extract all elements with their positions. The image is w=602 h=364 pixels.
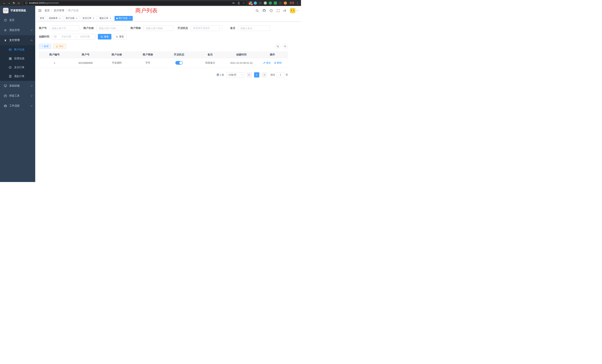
reset-button[interactable]: ↻ 重置 — [113, 34, 127, 40]
extension-slack-icon[interactable]: 10 — [249, 1, 252, 5]
goto-page: 前往 页 — [270, 72, 288, 77]
edit-link[interactable]: 修改 — [263, 61, 271, 64]
navbar-actions: ? TT — [256, 8, 298, 13]
bookmark-star-icon[interactable]: ☆ — [242, 1, 245, 4]
browser-back-icon[interactable]: ← — [2, 0, 7, 5]
sidebar-toggle-icon[interactable] — [38, 9, 42, 12]
sidebar-item-pay-orders[interactable]: 支付订单 — [0, 63, 35, 72]
tab-home[interactable]: 首页 — [38, 16, 46, 21]
sidebar-item-label: 基础设施 — [9, 84, 20, 87]
cell-status — [163, 58, 195, 68]
address-bar[interactable]: localhost:1024/pay/merchant ☆ — [23, 1, 247, 5]
table-row: 1 M233666999 芋道源码 芋艿 我是备注 2021-10-23 08:… — [39, 58, 288, 68]
sidebar-item-label: 支付管理 — [9, 39, 20, 42]
user-avatar-menu[interactable] — [290, 8, 298, 13]
search-icon[interactable] — [256, 9, 259, 12]
end-date-placeholder: 结束日期 — [77, 35, 93, 38]
refresh-table-button[interactable]: ↻ — [282, 43, 288, 49]
fullscreen-icon[interactable] — [277, 9, 280, 12]
tab-user-group[interactable]: 用户分组 × — [64, 16, 80, 21]
close-icon[interactable]: × — [129, 17, 131, 20]
close-icon[interactable]: × — [75, 17, 78, 20]
gear-icon — [4, 29, 7, 32]
extension-green-square-icon[interactable] — [274, 1, 277, 5]
page-unit-label: 页 — [286, 73, 288, 76]
browser-menu-icon[interactable]: ⋮ — [296, 1, 299, 5]
create-time-range-picker[interactable]: 开始日期 - 结束日期 — [52, 34, 95, 40]
search-button[interactable]: 搜索 — [98, 34, 111, 40]
password-key-icon[interactable] — [232, 2, 235, 4]
sidebar-item-merchant-info[interactable]: 商户信息 — [0, 45, 35, 54]
plus-icon: + — [42, 45, 43, 48]
browser-forward-icon[interactable]: → — [7, 0, 11, 5]
browser-update-button[interactable]: 更新 — [290, 1, 294, 5]
sidebar-item-system[interactable]: 系统管理 — [0, 25, 35, 35]
sidebar-item-dev-tools[interactable]: 研发工具 — [0, 91, 35, 101]
download-icon — [56, 45, 58, 47]
breadcrumb-payment[interactable]: 支付管理 — [54, 9, 64, 12]
extension-green-circle-icon[interactable] — [269, 1, 272, 5]
chevron-down-icon — [219, 27, 221, 29]
col-merchant-short: 商户简称 — [132, 51, 163, 58]
sidebar-item-infrastructure[interactable]: 基础设施 — [0, 81, 35, 91]
sidebar-item-refund-orders[interactable]: 退款订单 — [0, 72, 35, 81]
sidebar-item-label: 首页 — [9, 19, 14, 22]
sidebar-item-home[interactable]: 首页 — [0, 15, 35, 25]
calendar-icon — [54, 35, 56, 38]
add-button[interactable]: + 新增 — [39, 44, 51, 49]
prev-page-button[interactable] — [247, 72, 252, 77]
url-host: localhost:1024 — [29, 2, 44, 4]
tab-pay-orders[interactable]: 支付订单 × — [81, 16, 97, 21]
sidebar-item-label: 退款订单 — [14, 75, 24, 78]
status-toggle[interactable] — [175, 61, 183, 65]
browser-refresh-icon[interactable]: ↻ — [11, 0, 16, 5]
next-page-button[interactable] — [261, 72, 267, 77]
toggle-search-button[interactable] — [275, 43, 281, 49]
page-info-icon[interactable] — [25, 2, 28, 4]
share-icon[interactable] — [237, 2, 240, 4]
page-number-1[interactable]: 1 — [254, 72, 259, 77]
browser-home-icon[interactable]: ⌂ — [16, 0, 21, 5]
merchant-short-input[interactable] — [143, 25, 173, 31]
tab-process-form[interactable]: 流程表单 × — [47, 16, 63, 21]
delete-link[interactable]: 删除 — [274, 61, 282, 64]
sidebar-item-app-info[interactable]: 应用信息 — [0, 54, 35, 63]
sidebar-item-label: 系统管理 — [9, 29, 20, 32]
merchant-no-input[interactable] — [49, 25, 79, 31]
app-logo[interactable]: 芋道管理系统 — [0, 6, 35, 15]
tab-merchant-info[interactable]: 商户信息 × — [115, 16, 133, 21]
refresh-icon: ↻ — [284, 45, 286, 48]
close-icon[interactable]: × — [92, 17, 95, 20]
goto-page-input[interactable] — [277, 72, 284, 77]
sidebar-item-payment[interactable]: ¥ 支付管理 — [0, 35, 35, 45]
tab-refund-orders[interactable]: 退款订单 × — [98, 16, 113, 21]
page-size-select[interactable]: 10条/页 — [226, 72, 245, 77]
document-icon — [9, 75, 12, 78]
table-toolbar: ↻ — [275, 43, 288, 49]
export-button[interactable]: 导出 — [53, 44, 66, 49]
sidebar-item-workflow[interactable]: 工作流程 — [0, 101, 35, 111]
main-area: 首页 / 支付管理 / 商户信息 商户列表 — [35, 6, 301, 182]
trash-icon — [274, 62, 276, 64]
filter-row-1: 商户号 商户全称 商户简称 开启状态 请选择开启状态 — [39, 25, 288, 31]
extension-orange-icon[interactable] — [284, 1, 287, 5]
extension-dark-ring-icon[interactable] — [259, 1, 262, 5]
remark-input[interactable] — [238, 25, 270, 31]
chevron-down-icon — [297, 9, 298, 11]
font-size-icon[interactable]: TT — [283, 9, 286, 12]
github-icon[interactable] — [262, 9, 266, 12]
chevron-down-icon — [31, 85, 33, 86]
extension-avatar-icon[interactable] — [264, 1, 267, 5]
close-icon[interactable]: × — [59, 17, 61, 20]
cell-merchant-no: M233666999 — [70, 58, 101, 68]
cell-create-time: 2021-10-23 08:31:14 — [226, 58, 257, 68]
extension-pinwheel-icon[interactable] — [279, 1, 282, 5]
goto-label: 前往 — [270, 73, 275, 76]
breadcrumb-home[interactable]: 首页 — [44, 9, 50, 12]
url-text[interactable]: localhost:1024/pay/merchant — [29, 2, 231, 4]
extension-drop-icon[interactable] — [254, 1, 257, 5]
status-select[interactable]: 请选择开启状态 — [191, 25, 222, 31]
merchant-name-input[interactable] — [96, 25, 126, 31]
help-icon[interactable]: ? — [269, 9, 273, 12]
close-icon[interactable]: × — [109, 17, 112, 20]
